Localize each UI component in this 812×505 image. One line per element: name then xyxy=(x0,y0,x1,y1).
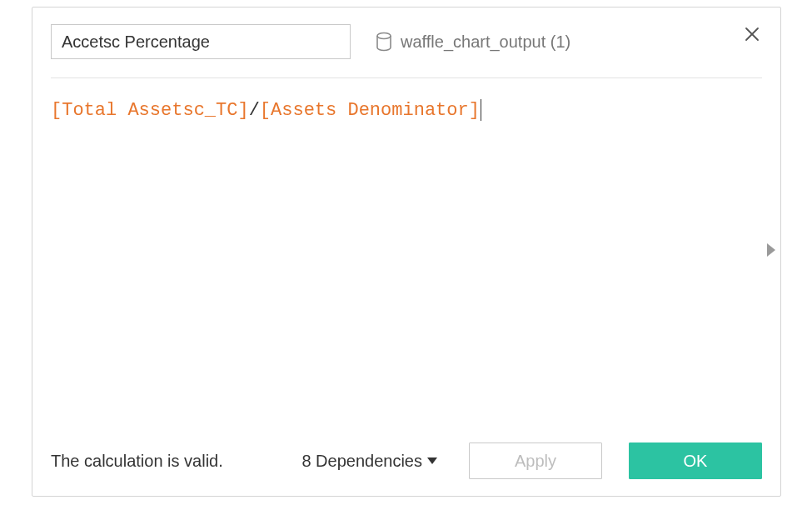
chevron-down-icon xyxy=(427,458,437,464)
dependencies-label: 8 Dependencies xyxy=(301,452,422,471)
svg-point-0 xyxy=(377,33,391,39)
dependencies-dropdown[interactable]: 8 Dependencies xyxy=(301,452,437,471)
datasource-selector[interactable]: waffle_chart_output (1) xyxy=(376,32,570,52)
apply-button[interactable]: Apply xyxy=(469,442,602,479)
expand-handle[interactable] xyxy=(767,243,775,260)
close-icon xyxy=(744,26,760,46)
ok-button-label: OK xyxy=(684,452,708,471)
close-button[interactable] xyxy=(742,26,762,46)
chevron-right-icon xyxy=(767,245,775,259)
formula-operator: / xyxy=(249,100,260,121)
dialog-header: waffle_chart_output (1) xyxy=(32,8,780,59)
calculation-name-input[interactable] xyxy=(51,24,351,59)
calculation-editor-dialog: waffle_chart_output (1) [Total Assetsc_T… xyxy=(32,7,781,497)
formula-field-ref: [Assets Denominator] xyxy=(260,100,480,121)
database-icon xyxy=(376,32,392,52)
text-cursor xyxy=(481,99,481,121)
dialog-footer: The calculation is valid. 8 Dependencies… xyxy=(32,428,780,496)
formula-editor[interactable]: [Total Assetsc_TC]/[Assets Denominator] xyxy=(32,78,780,428)
ok-button[interactable]: OK xyxy=(629,442,762,479)
formula-field-ref: [Total Assetsc_TC] xyxy=(51,100,249,121)
datasource-label: waffle_chart_output (1) xyxy=(401,32,570,52)
apply-button-label: Apply xyxy=(515,452,556,471)
validation-status: The calculation is valid. xyxy=(51,452,223,471)
